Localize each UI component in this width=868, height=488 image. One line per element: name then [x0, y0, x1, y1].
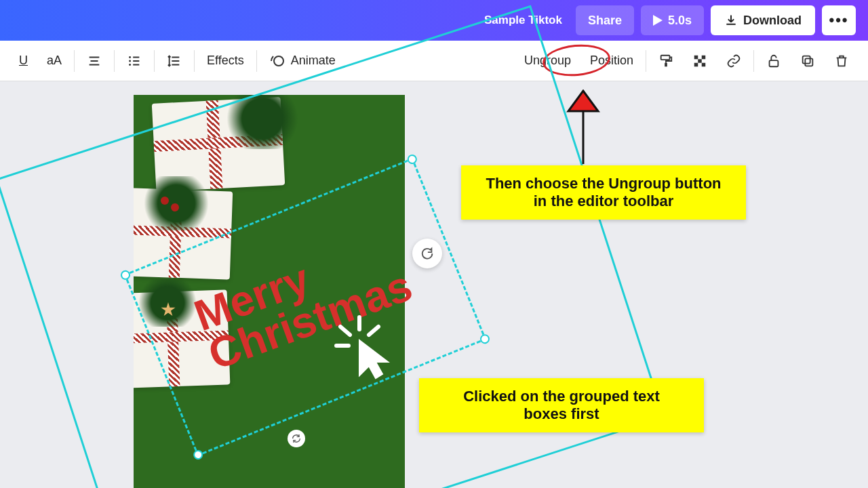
duplicate-button[interactable]	[791, 54, 825, 68]
svg-rect-9	[694, 62, 698, 66]
divider	[154, 50, 155, 72]
svg-rect-11	[770, 60, 778, 66]
workspace[interactable]: Merry Christmas Then choose the Ungroup …	[0, 81, 868, 488]
svg-rect-4	[661, 55, 670, 59]
svg-rect-8	[698, 59, 702, 63]
divider	[194, 50, 195, 72]
play-icon	[653, 15, 663, 26]
more-icon: •••	[829, 12, 848, 29]
svg-rect-12	[805, 58, 812, 66]
divider	[114, 50, 115, 72]
pine-decor	[134, 279, 201, 327]
spacing-button[interactable]	[157, 41, 191, 81]
align-button[interactable]	[77, 41, 111, 81]
animate-button[interactable]: Animate	[260, 41, 345, 81]
position-button[interactable]: Position	[580, 54, 643, 68]
svg-rect-10	[702, 62, 706, 66]
link-button[interactable]	[717, 54, 751, 68]
ungroup-button[interactable]: Ungroup	[515, 54, 580, 68]
svg-point-1	[129, 60, 131, 62]
effects-button[interactable]: Effects	[197, 41, 254, 81]
divider	[74, 50, 75, 72]
text-size-button[interactable]: aA	[37, 41, 71, 81]
pine-decor	[222, 95, 303, 149]
share-button[interactable]: Share	[576, 5, 634, 35]
svg-point-2	[129, 64, 131, 66]
play-button[interactable]: 5.0s	[641, 5, 704, 35]
download-label: Download	[743, 14, 802, 28]
underline-button[interactable]: U	[9, 41, 37, 81]
align-icon	[87, 54, 102, 68]
lock-button[interactable]	[757, 54, 791, 68]
transparency-icon	[692, 54, 707, 68]
svg-rect-13	[803, 56, 810, 63]
paint-roller-icon	[658, 54, 673, 68]
app-header: Sample Tiktok Share 5.0s Download •••	[0, 0, 868, 41]
list-button[interactable]	[117, 41, 151, 81]
list-icon	[127, 54, 142, 68]
rotate-handle[interactable]	[412, 239, 442, 268]
design-canvas[interactable]	[134, 95, 405, 488]
sync-handle[interactable]	[288, 430, 305, 447]
click-cursor-icon	[332, 313, 400, 381]
divider	[753, 50, 754, 72]
svg-rect-7	[702, 55, 706, 59]
svg-point-0	[129, 56, 131, 58]
svg-rect-5	[665, 62, 667, 66]
berry-decor	[171, 203, 179, 211]
lock-icon	[766, 54, 781, 68]
annotation-callout: Then choose the Ungroup button in the ed…	[461, 165, 746, 220]
svg-line-16	[369, 327, 378, 335]
spacing-icon	[167, 54, 182, 68]
link-icon	[726, 54, 741, 68]
download-button[interactable]: Download	[711, 5, 815, 35]
divider	[646, 50, 646, 72]
duration-label: 5.0s	[668, 14, 692, 28]
trash-icon	[834, 54, 849, 68]
rotate-icon	[420, 246, 435, 261]
sync-icon	[291, 433, 302, 444]
motion-circle-icon	[269, 53, 285, 69]
more-button[interactable]: •••	[822, 5, 856, 35]
project-title: Sample Tiktok	[484, 14, 562, 27]
berry-decor	[161, 197, 169, 205]
transparency-button[interactable]	[683, 54, 717, 68]
style-copy-button[interactable]	[649, 54, 683, 68]
svg-line-15	[340, 327, 350, 335]
copy-icon	[800, 54, 815, 68]
annotation-callout: Clicked on the grouped text boxes first	[419, 378, 704, 432]
toolbar-right: Ungroup Position	[515, 50, 859, 72]
divider	[256, 50, 257, 72]
share-label: Share	[588, 14, 622, 28]
annotation-arrow	[563, 89, 604, 164]
download-icon	[724, 14, 738, 27]
svg-rect-6	[694, 55, 698, 59]
svg-point-3	[274, 56, 283, 66]
delete-button[interactable]	[825, 54, 859, 68]
editor-toolbar: U aA Effects Animate Ungroup Position	[0, 41, 868, 81]
